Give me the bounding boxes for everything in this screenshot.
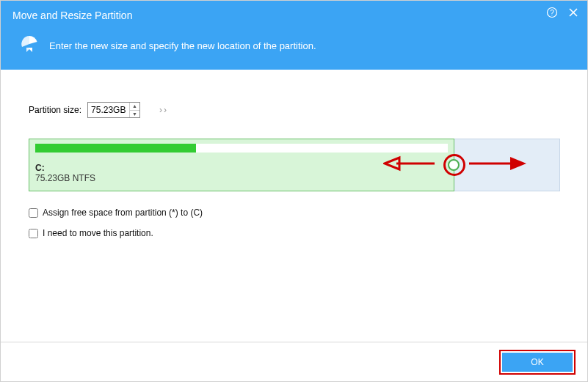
expand-toggle-icon[interactable]: ›› xyxy=(159,105,168,115)
spinner-down-icon[interactable]: ▼ xyxy=(130,111,139,118)
window-controls: ? xyxy=(546,7,578,21)
option-need-move[interactable]: I need to move this partition. xyxy=(29,228,559,238)
partition-size-label: Partition size: xyxy=(29,105,81,115)
partition-pie-icon xyxy=(20,34,39,56)
spinner-up-icon[interactable]: ▲ xyxy=(130,103,139,111)
dialog-body: Partition size: ▲ ▼ ›› C: 75.23GB NTFS xyxy=(1,70,587,238)
option-assign-free[interactable]: Assign free space from partition (*) to … xyxy=(29,207,559,218)
ok-button[interactable]: OK xyxy=(502,353,573,372)
need-move-label: I need to move this partition. xyxy=(43,228,153,238)
partition-detail: 75.23GB NTFS xyxy=(35,173,448,183)
partition-drive-letter: C: xyxy=(35,163,448,173)
svg-text:?: ? xyxy=(550,9,554,17)
spinner-buttons: ▲ ▼ xyxy=(129,103,139,117)
partition-size-stepper[interactable]: ▲ ▼ xyxy=(87,102,140,118)
dialog-header: Move and Resize Partition ? Enter the ne… xyxy=(1,1,587,70)
need-move-checkbox[interactable] xyxy=(29,229,38,238)
unallocated-block[interactable] xyxy=(454,139,560,191)
usage-bar xyxy=(35,144,448,153)
dialog-footer: OK xyxy=(1,342,587,381)
options-group: Assign free space from partition (*) to … xyxy=(29,207,559,238)
assign-free-label: Assign free space from partition (*) to … xyxy=(43,207,203,218)
usage-fill xyxy=(35,144,196,153)
assign-free-checkbox[interactable] xyxy=(29,208,38,218)
partition-size-input[interactable] xyxy=(88,103,129,117)
dialog-subtitle: Enter the new size and specify the new l… xyxy=(49,40,316,51)
partition-block-c[interactable]: C: 75.23GB NTFS xyxy=(29,139,454,191)
header-subrow: Enter the new size and specify the new l… xyxy=(12,34,576,56)
dialog-title: Move and Resize Partition xyxy=(12,8,576,21)
help-icon[interactable]: ? xyxy=(546,7,558,21)
partition-diagram: C: 75.23GB NTFS xyxy=(29,139,560,191)
close-icon[interactable] xyxy=(568,7,578,21)
resize-handle[interactable] xyxy=(448,159,460,171)
partition-size-row: Partition size: ▲ ▼ ›› xyxy=(29,102,559,118)
